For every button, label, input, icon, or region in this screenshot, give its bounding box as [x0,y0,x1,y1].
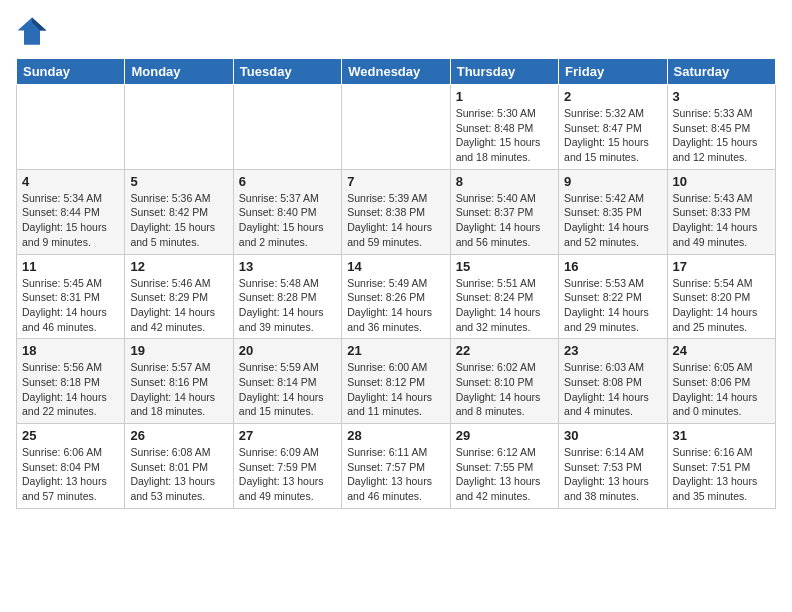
day-number: 1 [456,89,553,104]
weekday-header-friday: Friday [559,59,667,85]
day-cell [342,85,450,170]
day-cell: 5Sunrise: 5:36 AMSunset: 8:42 PMDaylight… [125,169,233,254]
day-cell: 15Sunrise: 5:51 AMSunset: 8:24 PMDayligh… [450,254,558,339]
day-info: Sunrise: 5:51 AMSunset: 8:24 PMDaylight:… [456,276,553,335]
day-number: 3 [673,89,770,104]
day-cell: 6Sunrise: 5:37 AMSunset: 8:40 PMDaylight… [233,169,341,254]
page: SundayMondayTuesdayWednesdayThursdayFrid… [0,0,792,519]
day-info: Sunrise: 6:12 AMSunset: 7:55 PMDaylight:… [456,445,553,504]
day-info: Sunrise: 5:37 AMSunset: 8:40 PMDaylight:… [239,191,336,250]
day-info: Sunrise: 6:08 AMSunset: 8:01 PMDaylight:… [130,445,227,504]
day-cell: 23Sunrise: 6:03 AMSunset: 8:08 PMDayligh… [559,339,667,424]
day-number: 18 [22,343,119,358]
day-number: 11 [22,259,119,274]
day-number: 25 [22,428,119,443]
day-info: Sunrise: 5:53 AMSunset: 8:22 PMDaylight:… [564,276,661,335]
day-number: 28 [347,428,444,443]
day-cell: 21Sunrise: 6:00 AMSunset: 8:12 PMDayligh… [342,339,450,424]
day-cell: 2Sunrise: 5:32 AMSunset: 8:47 PMDaylight… [559,85,667,170]
day-info: Sunrise: 6:09 AMSunset: 7:59 PMDaylight:… [239,445,336,504]
day-cell: 4Sunrise: 5:34 AMSunset: 8:44 PMDaylight… [17,169,125,254]
day-info: Sunrise: 5:36 AMSunset: 8:42 PMDaylight:… [130,191,227,250]
day-cell: 14Sunrise: 5:49 AMSunset: 8:26 PMDayligh… [342,254,450,339]
day-cell: 26Sunrise: 6:08 AMSunset: 8:01 PMDayligh… [125,424,233,509]
day-cell: 30Sunrise: 6:14 AMSunset: 7:53 PMDayligh… [559,424,667,509]
day-cell: 22Sunrise: 6:02 AMSunset: 8:10 PMDayligh… [450,339,558,424]
day-info: Sunrise: 6:06 AMSunset: 8:04 PMDaylight:… [22,445,119,504]
day-number: 29 [456,428,553,443]
weekday-header-thursday: Thursday [450,59,558,85]
day-info: Sunrise: 5:54 AMSunset: 8:20 PMDaylight:… [673,276,770,335]
day-info: Sunrise: 5:48 AMSunset: 8:28 PMDaylight:… [239,276,336,335]
day-number: 7 [347,174,444,189]
day-info: Sunrise: 6:11 AMSunset: 7:57 PMDaylight:… [347,445,444,504]
day-number: 30 [564,428,661,443]
week-row-2: 11Sunrise: 5:45 AMSunset: 8:31 PMDayligh… [17,254,776,339]
day-cell: 13Sunrise: 5:48 AMSunset: 8:28 PMDayligh… [233,254,341,339]
weekday-header-saturday: Saturday [667,59,775,85]
day-info: Sunrise: 5:39 AMSunset: 8:38 PMDaylight:… [347,191,444,250]
week-row-3: 18Sunrise: 5:56 AMSunset: 8:18 PMDayligh… [17,339,776,424]
day-cell: 11Sunrise: 5:45 AMSunset: 8:31 PMDayligh… [17,254,125,339]
day-cell: 10Sunrise: 5:43 AMSunset: 8:33 PMDayligh… [667,169,775,254]
day-cell: 9Sunrise: 5:42 AMSunset: 8:35 PMDaylight… [559,169,667,254]
day-info: Sunrise: 5:45 AMSunset: 8:31 PMDaylight:… [22,276,119,335]
day-cell: 17Sunrise: 5:54 AMSunset: 8:20 PMDayligh… [667,254,775,339]
day-number: 22 [456,343,553,358]
day-cell: 20Sunrise: 5:59 AMSunset: 8:14 PMDayligh… [233,339,341,424]
day-info: Sunrise: 5:49 AMSunset: 8:26 PMDaylight:… [347,276,444,335]
day-info: Sunrise: 5:32 AMSunset: 8:47 PMDaylight:… [564,106,661,165]
week-row-1: 4Sunrise: 5:34 AMSunset: 8:44 PMDaylight… [17,169,776,254]
day-number: 23 [564,343,661,358]
day-info: Sunrise: 5:46 AMSunset: 8:29 PMDaylight:… [130,276,227,335]
day-number: 15 [456,259,553,274]
day-number: 27 [239,428,336,443]
day-cell: 28Sunrise: 6:11 AMSunset: 7:57 PMDayligh… [342,424,450,509]
day-cell [233,85,341,170]
day-cell: 18Sunrise: 5:56 AMSunset: 8:18 PMDayligh… [17,339,125,424]
day-info: Sunrise: 5:42 AMSunset: 8:35 PMDaylight:… [564,191,661,250]
day-number: 13 [239,259,336,274]
day-info: Sunrise: 5:56 AMSunset: 8:18 PMDaylight:… [22,360,119,419]
day-cell: 12Sunrise: 5:46 AMSunset: 8:29 PMDayligh… [125,254,233,339]
day-number: 26 [130,428,227,443]
day-number: 8 [456,174,553,189]
weekday-header-monday: Monday [125,59,233,85]
week-row-4: 25Sunrise: 6:06 AMSunset: 8:04 PMDayligh… [17,424,776,509]
day-cell: 1Sunrise: 5:30 AMSunset: 8:48 PMDaylight… [450,85,558,170]
day-info: Sunrise: 6:03 AMSunset: 8:08 PMDaylight:… [564,360,661,419]
day-cell: 7Sunrise: 5:39 AMSunset: 8:38 PMDaylight… [342,169,450,254]
day-info: Sunrise: 6:14 AMSunset: 7:53 PMDaylight:… [564,445,661,504]
day-number: 20 [239,343,336,358]
day-number: 17 [673,259,770,274]
day-number: 31 [673,428,770,443]
day-cell: 25Sunrise: 6:06 AMSunset: 8:04 PMDayligh… [17,424,125,509]
day-cell: 27Sunrise: 6:09 AMSunset: 7:59 PMDayligh… [233,424,341,509]
day-info: Sunrise: 5:40 AMSunset: 8:37 PMDaylight:… [456,191,553,250]
day-number: 10 [673,174,770,189]
weekday-header-wednesday: Wednesday [342,59,450,85]
day-number: 4 [22,174,119,189]
header [16,16,776,48]
day-cell: 24Sunrise: 6:05 AMSunset: 8:06 PMDayligh… [667,339,775,424]
day-info: Sunrise: 5:59 AMSunset: 8:14 PMDaylight:… [239,360,336,419]
day-cell: 29Sunrise: 6:12 AMSunset: 7:55 PMDayligh… [450,424,558,509]
day-number: 2 [564,89,661,104]
day-number: 5 [130,174,227,189]
weekday-header-tuesday: Tuesday [233,59,341,85]
calendar-table: SundayMondayTuesdayWednesdayThursdayFrid… [16,58,776,509]
day-info: Sunrise: 5:30 AMSunset: 8:48 PMDaylight:… [456,106,553,165]
logo [16,16,52,48]
day-info: Sunrise: 5:34 AMSunset: 8:44 PMDaylight:… [22,191,119,250]
day-number: 12 [130,259,227,274]
day-cell [125,85,233,170]
day-number: 19 [130,343,227,358]
day-cell: 3Sunrise: 5:33 AMSunset: 8:45 PMDaylight… [667,85,775,170]
day-cell: 8Sunrise: 5:40 AMSunset: 8:37 PMDaylight… [450,169,558,254]
day-number: 6 [239,174,336,189]
weekday-header-sunday: Sunday [17,59,125,85]
day-number: 14 [347,259,444,274]
day-info: Sunrise: 5:33 AMSunset: 8:45 PMDaylight:… [673,106,770,165]
logo-icon [16,16,48,48]
day-cell: 31Sunrise: 6:16 AMSunset: 7:51 PMDayligh… [667,424,775,509]
